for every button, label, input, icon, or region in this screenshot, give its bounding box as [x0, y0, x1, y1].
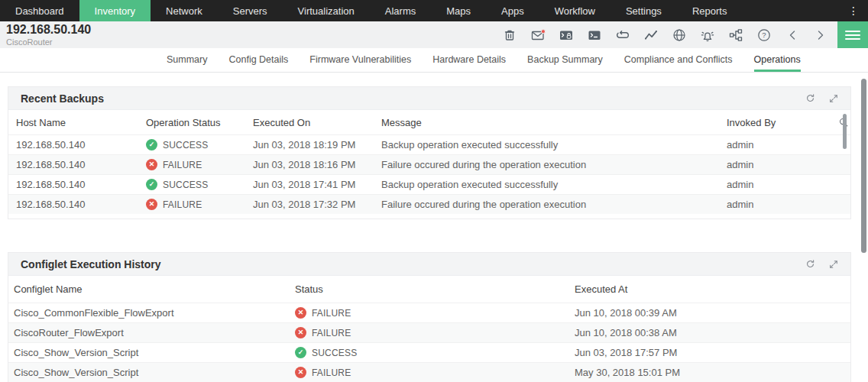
refresh-icon[interactable] [805, 259, 815, 269]
nav-item-servers[interactable]: Servers [218, 0, 283, 21]
tab-hardware-details[interactable]: Hardware Details [432, 48, 506, 72]
backup-table-row[interactable]: 192.168.50.140 ✓ SUCCESS Jun 03, 2018 17… [8, 174, 850, 194]
cell-status: ✓ SUCCESS [295, 347, 575, 358]
cell-host-name: 192.168.50.140 [16, 159, 146, 170]
cell-executed-at: Jun 03, 2018 17:57 PM [575, 347, 850, 358]
configlet-table-body: Cisco_CommonFlexible_FlowExport ✕ FAILUR… [8, 303, 850, 382]
status-label: FAILURE [312, 367, 351, 378]
backup-table-row[interactable]: 192.168.50.140 ✕ FAILURE Jun 03, 2018 17… [8, 194, 850, 214]
cell-operation-status: ✕ FAILURE [146, 199, 253, 210]
line-chart-icon[interactable] [643, 28, 659, 43]
cell-executed-on: Jun 03, 2018 17:32 PM [253, 199, 381, 210]
nav-item-network[interactable]: Network [151, 0, 218, 21]
chevron-left-icon[interactable] [785, 28, 800, 43]
help-icon[interactable]: ? [756, 28, 772, 43]
col-status: Status [295, 283, 575, 295]
cell-host-name: 192.168.50.140 [16, 139, 146, 151]
failure-icon: ✕ [295, 367, 306, 378]
cell-configlet-name: Cisco_Show_Version_Script [14, 347, 295, 358]
cell-invoked-by: admin [727, 159, 828, 170]
workflow-tree-icon[interactable] [728, 28, 743, 43]
col-message: Message [381, 117, 727, 128]
cell-host-name: 192.168.50.140 [16, 179, 146, 190]
cell-executed-at: Jun 10, 2018 00:38 AM [575, 327, 850, 338]
cell-executed-at: Jun 10, 2018 00:39 AM [575, 307, 850, 319]
cell-invoked-by: admin [727, 179, 828, 190]
cell-operation-status: ✓ SUCCESS [146, 139, 253, 151]
cell-configlet-name: CiscoRouter_FlowExport [14, 327, 295, 338]
expand-icon[interactable] [829, 260, 838, 269]
cell-executed-at: May 30, 2018 15:01 PM [575, 367, 850, 378]
backup-table-row[interactable]: 192.168.50.140 ✓ SUCCESS Jun 03, 2018 18… [8, 134, 850, 154]
success-icon: ✓ [295, 347, 306, 358]
status-label: FAILURE [163, 160, 202, 170]
configlet-table-header: Configlet Name Status Executed At [8, 276, 850, 303]
cell-status: ✕ FAILURE [295, 327, 575, 338]
trash-icon[interactable] [502, 28, 517, 43]
page-scrollbar-thumb[interactable] [861, 79, 866, 253]
col-executed-at: Executed At [575, 283, 850, 295]
nav-item-maps[interactable]: Maps [431, 0, 486, 21]
cell-message: Failure occured during the operation exe… [381, 199, 727, 210]
nav-item-dashboard[interactable]: Dashboard [0, 0, 79, 21]
panel-title: Configlet Execution History [21, 258, 161, 270]
failure-icon: ✕ [146, 159, 157, 170]
globe-icon[interactable] [672, 28, 687, 43]
link-loop-icon[interactable] [615, 28, 630, 43]
nav-item-virtualization[interactable]: Virtualization [283, 0, 370, 21]
success-icon: ✓ [146, 179, 157, 190]
col-invoked-by: Invoked By [727, 117, 828, 128]
configlet-table-row[interactable]: Cisco_Show_Version_Script ✕ FAILURE May … [8, 362, 850, 382]
cell-executed-on: Jun 03, 2018 17:41 PM [253, 179, 381, 190]
col-configlet-name: Configlet Name [14, 283, 295, 295]
device-info: 192.168.50.140 CiscoRouter [6, 24, 91, 47]
cell-invoked-by: admin [727, 199, 828, 210]
table-search-icon[interactable] [828, 117, 850, 128]
configlet-history-header: Configlet Execution History [8, 253, 850, 276]
tab-firmware-vulnerabilities[interactable]: Firmware Vulnerabilities [309, 48, 411, 72]
tab-summary[interactable]: Summary [167, 48, 207, 72]
cell-message: Backup operation executed successfully [381, 139, 727, 151]
status-label: FAILURE [163, 199, 202, 210]
tab-compliance-and-conflicts[interactable]: Compliance and Conflicts [624, 48, 733, 72]
table-scrollbar-thumb[interactable] [843, 114, 847, 149]
failure-icon: ✕ [295, 307, 306, 319]
nav-overflow-icon[interactable]: ⋮ [839, 0, 868, 21]
tab-backup-summary[interactable]: Backup Summary [527, 48, 603, 72]
chevron-right-icon[interactable] [813, 28, 828, 43]
refresh-icon[interactable] [805, 93, 815, 103]
device-header: 192.168.50.140 CiscoRouter [0, 21, 868, 48]
top-nav: DashboardInventoryNetworkServersVirtuali… [0, 0, 868, 21]
configlet-table-row[interactable]: CiscoRouter_FlowExport ✕ FAILURE Jun 10,… [8, 322, 850, 342]
cell-host-name: 192.168.50.140 [16, 199, 146, 210]
cell-status: ✕ FAILURE [295, 307, 575, 319]
nav-item-settings[interactable]: Settings [611, 0, 677, 21]
status-label: FAILURE [312, 328, 351, 338]
expand-icon[interactable] [829, 94, 838, 103]
nav-item-apps[interactable]: Apps [486, 0, 539, 21]
nav-item-workflow[interactable]: Workflow [539, 0, 611, 21]
backup-table-row[interactable]: 192.168.50.140 ✕ FAILURE Jun 03, 2018 18… [8, 154, 850, 174]
failure-icon: ✕ [146, 199, 157, 210]
cell-message: Backup operation executed successfully [381, 179, 727, 190]
cell-operation-status: ✓ SUCCESS [146, 179, 253, 190]
cell-message: Failure occured during the operation exe… [381, 159, 727, 170]
nav-item-alarms[interactable]: Alarms [370, 0, 431, 21]
device-toolbar: ? [502, 28, 828, 43]
col-host-name: Host Name [16, 117, 146, 128]
success-icon: ✓ [146, 139, 157, 151]
configlet-history-panel: Configlet Execution History Configlet Na… [8, 252, 851, 382]
configlet-table-row[interactable]: Cisco_CommonFlexible_FlowExport ✕ FAILUR… [8, 303, 850, 322]
tab-operations[interactable]: Operations [754, 48, 801, 72]
device-subtitle: CiscoRouter [6, 38, 91, 47]
configlet-table-row[interactable]: Cisco_Show_Version_Script ✓ SUCCESS Jun … [8, 342, 850, 362]
bell-alert-icon[interactable] [700, 28, 715, 43]
terminal-icon[interactable] [587, 28, 602, 43]
cell-invoked-by: admin [727, 139, 828, 151]
terminal-lock-icon[interactable] [559, 28, 574, 43]
nav-item-reports[interactable]: Reports [677, 0, 743, 21]
mail-icon[interactable] [530, 28, 546, 43]
hamburger-menu-icon[interactable] [837, 21, 868, 48]
tab-config-details[interactable]: Config Details [228, 48, 288, 72]
nav-item-inventory[interactable]: Inventory [79, 0, 151, 21]
